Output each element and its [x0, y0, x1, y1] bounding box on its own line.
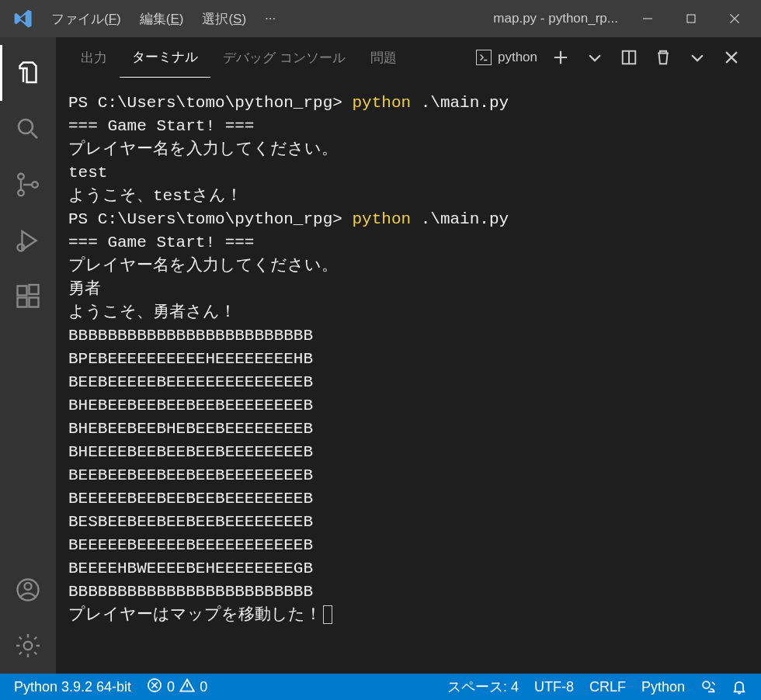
status-language[interactable]: Python	[634, 679, 693, 695]
status-bell-icon[interactable]	[724, 679, 755, 695]
svg-rect-6	[18, 286, 27, 296]
panel-tab-debug-console[interactable]: デバッグ コンソール	[210, 37, 358, 78]
window-maximize-button[interactable]	[669, 0, 713, 37]
svg-point-1	[19, 120, 33, 133]
warning-icon	[179, 677, 195, 697]
activity-settings[interactable]	[0, 618, 56, 674]
window-title: map.py - python_rp...	[493, 11, 626, 26]
svg-point-15	[703, 681, 710, 688]
vscode-logo-icon	[12, 8, 34, 29]
svg-point-4	[32, 182, 38, 188]
window-minimize-button[interactable]	[626, 0, 669, 37]
error-icon	[147, 677, 162, 697]
new-terminal-button[interactable]	[547, 43, 575, 71]
status-feedback-icon[interactable]	[693, 679, 724, 695]
panel-tabs: 出力 ターミナル デバッグ コンソール 問題 python	[56, 37, 761, 78]
activity-run-debug[interactable]	[0, 213, 56, 269]
panel-tab-problems[interactable]: 問題	[358, 37, 409, 78]
terminal-shell-selector[interactable]: python	[473, 50, 544, 65]
window-close-button[interactable]	[713, 0, 756, 37]
svg-rect-8	[30, 298, 39, 307]
terminal-shell-label: python	[498, 50, 537, 65]
activity-bar	[0, 37, 56, 674]
status-error-count: 0	[167, 679, 175, 695]
activity-extensions[interactable]	[0, 269, 56, 324]
svg-point-5	[18, 244, 25, 251]
svg-point-12	[24, 642, 33, 650]
svg-rect-7	[18, 298, 27, 307]
svg-rect-0	[687, 15, 695, 23]
activity-source-control[interactable]	[0, 157, 56, 213]
title-bar: ファイル(F) 編集(E) 選択(S) ··· map.py - python_…	[0, 0, 761, 37]
kill-terminal-button[interactable]	[649, 43, 677, 71]
panel-close-button[interactable]	[718, 43, 745, 71]
terminal-icon	[476, 50, 492, 65]
activity-accounts[interactable]	[0, 562, 56, 618]
panel-tab-output[interactable]: 出力	[68, 37, 120, 78]
panel-chevron-button[interactable]	[683, 43, 711, 71]
status-eol[interactable]: CRLF	[582, 679, 634, 695]
terminal-dropdown-button[interactable]	[581, 43, 609, 71]
activity-explorer[interactable]	[0, 45, 56, 101]
status-indent[interactable]: スペース: 4	[440, 677, 526, 696]
svg-point-11	[25, 583, 32, 590]
menu-edit[interactable]: 編集(E)	[130, 10, 193, 28]
terminal-output[interactable]: PS C:\Users\tomo\python_rpg> python .\ma…	[56, 78, 761, 674]
svg-point-2	[18, 174, 24, 180]
menu-file[interactable]: ファイル(F)	[42, 10, 130, 28]
panel-tab-terminal[interactable]: ターミナル	[120, 37, 210, 78]
status-python-version[interactable]: Python 3.9.2 64-bit	[6, 679, 139, 695]
status-encoding[interactable]: UTF-8	[526, 679, 582, 695]
svg-rect-9	[30, 285, 39, 294]
svg-point-3	[18, 190, 24, 196]
activity-search[interactable]	[0, 101, 56, 157]
menu-selection[interactable]: 選択(S)	[193, 10, 255, 28]
split-terminal-button[interactable]	[615, 43, 643, 71]
menu-overflow[interactable]: ···	[255, 11, 285, 26]
status-bar: Python 3.9.2 64-bit 0 0 スペース: 4 UTF-8 CR…	[0, 674, 761, 700]
status-warning-count: 0	[200, 679, 207, 695]
status-problems[interactable]: 0 0	[139, 677, 215, 697]
